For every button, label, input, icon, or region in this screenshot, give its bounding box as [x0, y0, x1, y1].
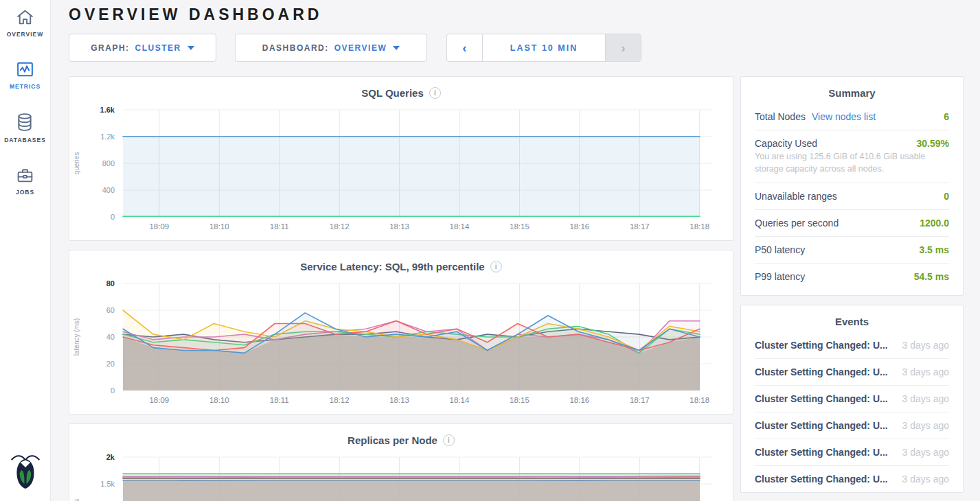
graph-dropdown[interactable]: GRAPH: CLUSTER	[69, 34, 216, 62]
info-icon[interactable]: i	[443, 434, 455, 446]
svg-text:18:17: 18:17	[630, 222, 650, 231]
event-title: Cluster Setting Changed: U...	[755, 447, 888, 458]
svg-text:queries: queries	[73, 152, 80, 175]
events-title: Events	[741, 305, 963, 332]
event-title: Cluster Setting Changed: U...	[755, 420, 888, 431]
svg-text:18:09: 18:09	[149, 222, 169, 231]
event-row[interactable]: Cluster Setting Changed: U... 3 days ago	[755, 359, 949, 386]
event-time: 3 days ago	[894, 474, 950, 485]
dashboard-dropdown-value: OVERVIEW	[334, 43, 387, 53]
sidebar-item-overview[interactable]: OVERVIEW	[7, 8, 44, 38]
svg-text:0: 0	[111, 213, 115, 221]
svg-text:80: 80	[106, 279, 115, 288]
summary-row-total-nodes: Total Nodes View nodes list 6	[755, 104, 949, 130]
summary-row-p50: P50 latency 3.5 ms	[755, 237, 949, 264]
summary-value: 30.59%	[917, 138, 949, 149]
service-latency-chart[interactable]: 18:0918:1018:1118:1218:1318:1418:1518:16…	[69, 274, 733, 414]
summary-value: 6	[944, 111, 949, 122]
svg-text:800: 800	[102, 159, 115, 167]
capacity-subtext: You are using 125.6 GiB of 410.6 GiB usa…	[755, 150, 949, 183]
svg-text:18:18: 18:18	[690, 396, 709, 404]
sidebar-item-label: DATABASES	[4, 137, 46, 143]
view-nodes-list-link[interactable]: View nodes list	[812, 111, 876, 122]
svg-text:18:17: 18:17	[630, 396, 650, 404]
chart-title: SQL Queries	[361, 87, 424, 99]
svg-text:1.5k: 1.5k	[100, 480, 115, 488]
jobs-icon	[16, 166, 34, 184]
event-row[interactable]: Cluster Setting Changed: U... 3 days ago	[755, 412, 949, 439]
svg-text:18:16: 18:16	[569, 222, 589, 231]
dashboard-dropdown[interactable]: DASHBOARD: OVERVIEW	[235, 34, 427, 62]
svg-text:18:13: 18:13	[389, 222, 409, 231]
svg-text:60: 60	[106, 306, 115, 314]
summary-row-qps: Queries per second 1200.0	[755, 210, 949, 237]
event-row[interactable]: Cluster Setting Changed: U... 3 days ago	[755, 332, 949, 359]
summary-value: 54.5 ms	[914, 271, 949, 282]
event-time: 3 days ago	[894, 340, 950, 351]
svg-text:18:14: 18:14	[450, 222, 470, 231]
svg-text:18:13: 18:13	[389, 396, 409, 404]
svg-text:18:12: 18:12	[330, 396, 350, 404]
svg-text:18:15: 18:15	[510, 222, 529, 231]
svg-text:18:18: 18:18	[690, 222, 709, 231]
event-row[interactable]: Cluster Setting Changed: U... 3 days ago	[755, 386, 949, 412]
replicas-per-node-chart[interactable]: 18:0918:1018:1118:1218:1318:1418:1518:16…	[69, 447, 733, 501]
time-range-next-button[interactable]: ›	[605, 34, 641, 61]
charts-column: SQL Queries i 18:0918:1018:1118:1218:131…	[69, 76, 733, 501]
sidebar-item-metrics[interactable]: METRICS	[10, 60, 41, 90]
svg-text:400: 400	[102, 186, 115, 194]
chart-title: Replicas per Node	[347, 434, 437, 446]
summary-value: 3.5 ms	[919, 244, 949, 255]
summary-value: 0	[944, 191, 949, 202]
graph-dropdown-label: GRAPH:	[91, 43, 129, 53]
svg-text:1.6k: 1.6k	[100, 106, 115, 114]
sidebar-item-jobs[interactable]: JOBS	[16, 166, 34, 196]
event-row[interactable]: Cluster Setting Changed: U... 3 days ago	[755, 466, 949, 492]
svg-text:18:10: 18:10	[209, 222, 229, 231]
event-time: 3 days ago	[894, 393, 950, 404]
summary-row-unavailable-ranges: Unavailable ranges 0	[755, 183, 949, 210]
summary-label: Unavailable ranges	[755, 191, 837, 202]
chart-title: Service Latency: SQL, 99th percentile	[300, 261, 484, 272]
controls-bar: GRAPH: CLUSTER DASHBOARD: OVERVIEW ‹ LAS…	[69, 34, 964, 62]
summary-label: Total Nodes	[755, 111, 806, 122]
info-icon[interactable]: i	[490, 261, 502, 272]
summary-title: Summary	[741, 77, 963, 104]
svg-text:18:09: 18:09	[149, 396, 169, 404]
service-latency-panel: Service Latency: SQL, 99th percentile i …	[69, 250, 733, 415]
event-time: 3 days ago	[894, 447, 950, 458]
svg-text:40: 40	[106, 333, 115, 341]
svg-text:18:16: 18:16	[569, 396, 589, 404]
main-content: OVERVIEW DASHBOARD GRAPH: CLUSTER DASHBO…	[51, 0, 980, 501]
summary-label: Capacity Used	[755, 138, 817, 149]
events-panel: Events Cluster Setting Changed: U... 3 d…	[740, 305, 964, 493]
cockroachdb-logo[interactable]	[11, 450, 40, 491]
chevron-down-icon	[187, 46, 194, 50]
chevron-down-icon	[393, 46, 400, 50]
event-title: Cluster Setting Changed: U...	[755, 474, 888, 485]
time-range-prev-button[interactable]: ‹	[447, 34, 483, 61]
event-row[interactable]: Cluster Setting Changed: U... 3 days ago	[755, 439, 949, 466]
svg-text:18:12: 18:12	[330, 222, 350, 231]
databases-icon	[16, 113, 34, 132]
summary-row-p99: P99 latency 54.5 ms	[755, 264, 949, 290]
svg-text:18:15: 18:15	[510, 396, 529, 404]
svg-text:20: 20	[106, 360, 115, 368]
svg-text:18:11: 18:11	[270, 222, 289, 231]
summary-label: P50 latency	[755, 244, 805, 255]
summary-row-capacity: Capacity Used 30.59% You are using 125.6…	[755, 130, 949, 183]
event-time: 3 days ago	[894, 366, 950, 377]
sidebar: OVERVIEW METRICS DATABASES	[0, 0, 51, 501]
info-icon[interactable]: i	[429, 87, 441, 99]
sidebar-item-databases[interactable]: DATABASES	[4, 113, 46, 143]
svg-text:18:11: 18:11	[270, 396, 289, 404]
time-range-label-button[interactable]: LAST 10 MIN	[483, 34, 605, 61]
sidebar-item-label: JOBS	[16, 189, 34, 196]
side-column: Summary Total Nodes View nodes list 6 Ca…	[740, 76, 964, 501]
svg-text:2k: 2k	[106, 453, 115, 461]
sql-queries-chart[interactable]: 18:0918:1018:1118:1218:1318:1418:1518:16…	[69, 100, 733, 240]
svg-text:latency (ms): latency (ms)	[73, 318, 80, 356]
event-title: Cluster Setting Changed: U...	[755, 340, 888, 351]
time-range-selector: ‹ LAST 10 MIN ›	[446, 34, 641, 62]
svg-text:1.2k: 1.2k	[100, 132, 115, 141]
